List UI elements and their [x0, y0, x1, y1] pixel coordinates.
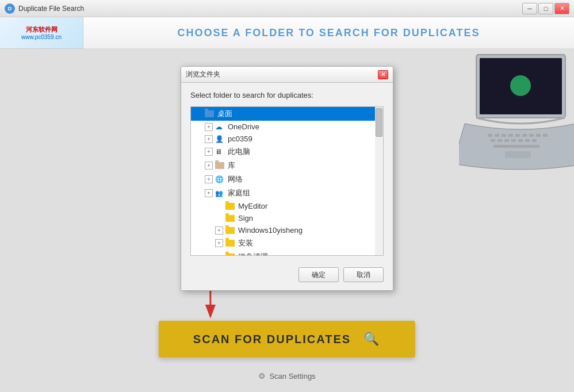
logo-watermark: 河东软件网 www.pc0359.cn [0, 17, 83, 49]
tree-item-label: 网络 [228, 174, 243, 185]
tree-item[interactable]: Sign [191, 212, 383, 224]
tree-item-icon: 🌐 [215, 175, 225, 183]
app-icon: D [5, 3, 15, 14]
expand-button[interactable]: + [205, 123, 213, 131]
dialog-title: 浏览文件夹 [186, 70, 378, 79]
logo-site: www.pc0359.cn [21, 34, 62, 40]
tree-item-icon: ☁ [215, 123, 225, 131]
tree-item[interactable]: +👤pc0359 [191, 133, 383, 145]
dialog-title-bar: 浏览文件夹 ✕ [181, 67, 393, 83]
app-header: CHOOSE A FOLDER TO SEARCH FOR DUPLICATES [83, 17, 574, 49]
tree-item-label: 库 [228, 160, 235, 171]
tree-item-icon [225, 214, 236, 222]
minimize-button[interactable]: ─ [522, 3, 537, 14]
tree-item-label: pc0359 [228, 134, 252, 143]
maximize-button[interactable]: □ [538, 3, 553, 14]
main-content: pc0359 + Add Folder [0, 49, 574, 392]
expand-button[interactable]: + [205, 148, 213, 156]
tree-item-label: Sign [238, 214, 253, 222]
window-controls: ─ □ ✕ [522, 3, 569, 14]
tree-item-label: 家庭组 [228, 188, 250, 198]
expand-button[interactable]: + [215, 226, 223, 235]
expand-button[interactable]: + [205, 162, 213, 170]
confirm-button[interactable]: 确定 [299, 267, 339, 282]
tree-item-icon: 👤 [215, 135, 225, 143]
tree-item[interactable]: 桌面 [191, 107, 383, 121]
dialog-close-button[interactable]: ✕ [378, 70, 388, 79]
dialog-overlay: 浏览文件夹 ✕ Select folder to search for dupl… [0, 49, 574, 392]
tree-item[interactable]: +👥家庭组 [191, 186, 383, 200]
tree-item[interactable]: +Windows10yisheng [191, 224, 383, 236]
tree-item[interactable]: +🌐网络 [191, 172, 383, 186]
tree-item[interactable]: 磁盘清理 [191, 250, 383, 256]
close-button[interactable]: ✕ [554, 3, 569, 14]
tree-item-icon: 🖥 [215, 148, 225, 156]
dialog-body: Select folder to search for duplicates: … [181, 83, 393, 263]
tree-item-icon [225, 239, 236, 247]
tree-item-label: 此电脑 [228, 147, 250, 157]
cancel-button[interactable]: 取消 [343, 267, 384, 282]
window-title: Duplicate File Search [18, 5, 522, 13]
tree-item-label: Windows10yisheng [238, 226, 303, 235]
browse-folder-dialog: 浏览文件夹 ✕ Select folder to search for dupl… [181, 66, 393, 291]
tree-item[interactable]: +🖥此电脑 [191, 145, 383, 159]
tree-item[interactable]: +安装 [191, 236, 383, 250]
tree-item[interactable]: MyEditor [191, 200, 383, 212]
expand-button[interactable]: + [205, 189, 213, 197]
tree-item-icon [215, 162, 225, 170]
tree-item-label: 磁盘清理 [238, 252, 268, 256]
tree-item-label: 桌面 [217, 109, 232, 119]
header-title: CHOOSE A FOLDER TO SEARCH FOR DUPLICATES [177, 27, 480, 39]
dialog-footer: 确定 取消 [181, 263, 393, 290]
tree-item-icon [225, 202, 236, 210]
tree-item-icon [225, 226, 236, 235]
tree-item-label: 安装 [238, 238, 253, 248]
tree-item-label: MyEditor [238, 202, 267, 210]
folder-tree[interactable]: 桌面+☁OneDrive+👤pc0359+🖥此电脑+库+🌐网络+👥家庭组MyEd… [190, 106, 384, 256]
dialog-instruction: Select folder to search for duplicates: [190, 91, 384, 99]
tree-item-icon: 👥 [215, 189, 225, 197]
tree-item[interactable]: +☁OneDrive [191, 121, 383, 133]
tree-item-label: OneDrive [228, 122, 259, 131]
tree-item-icon [205, 110, 215, 118]
tree-item[interactable]: +库 [191, 159, 383, 172]
scrollbar-thumb[interactable] [376, 108, 382, 137]
tree-item-icon [225, 253, 236, 256]
expand-button[interactable]: + [205, 135, 213, 143]
logo-brand: 河东软件网 [26, 25, 58, 34]
expand-button[interactable]: + [215, 239, 223, 247]
tree-scrollbar[interactable] [375, 107, 383, 255]
title-bar: D Duplicate File Search ─ □ ✕ [0, 0, 574, 17]
expand-button[interactable]: + [205, 175, 213, 183]
